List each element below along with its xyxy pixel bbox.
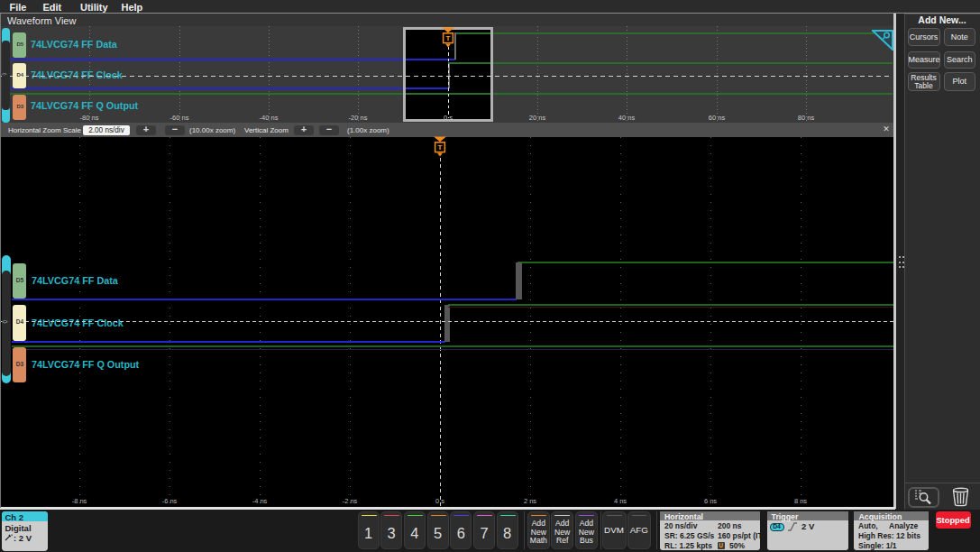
svg-text:T: T: [446, 34, 451, 42]
svg-text:T: T: [438, 143, 443, 152]
